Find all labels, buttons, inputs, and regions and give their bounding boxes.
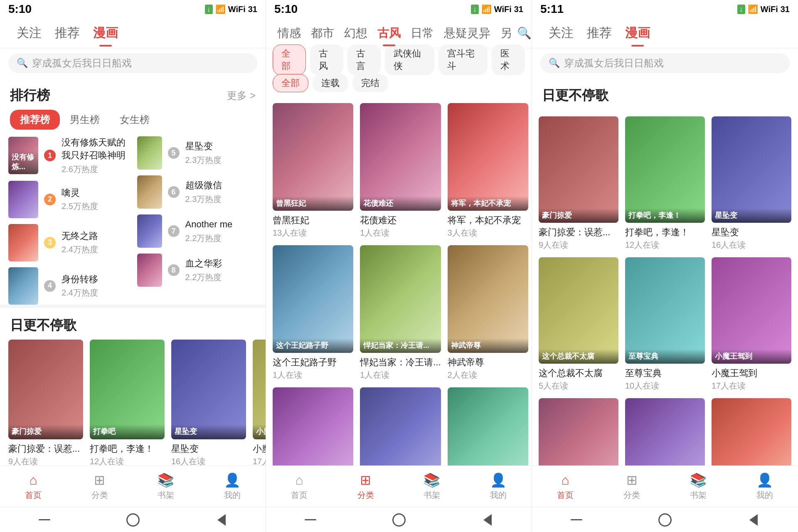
filter-ancient[interactable]: 古风 xyxy=(310,44,343,75)
bottom-home-3[interactable]: ⌂ 首页 xyxy=(532,473,598,501)
bottom-home-1[interactable]: ⌂ 首页 xyxy=(0,473,66,501)
manga-card-2-1[interactable]: 曾黑狂妃 曾黑狂妃 13人在读 xyxy=(273,103,353,239)
category-icon-1: ⊞ xyxy=(94,472,105,488)
status-bar-2: 5:10 ↓ 📶 WiFi 31 xyxy=(266,0,532,18)
bottom-nav-3: ⌂ 首页 ⊞ 分类 📚 书架 👤 我的 xyxy=(532,466,798,507)
filter-medicine[interactable]: 医术 xyxy=(492,44,525,75)
tab-emotion[interactable]: 情感 xyxy=(273,22,306,44)
bottom-shelf-3[interactable]: 📚 书架 xyxy=(665,472,732,501)
rank-item-4[interactable]: 4 身份转移 2.4万热度 xyxy=(8,267,129,305)
filter-all-1[interactable]: 全部 xyxy=(273,44,306,75)
tab-fantasy[interactable]: 幻想 xyxy=(339,22,372,44)
daily-title-1: 日更不停歌 xyxy=(10,316,76,335)
tab-recommend-3[interactable]: 推荐 xyxy=(580,21,618,45)
sys-back-1[interactable] xyxy=(212,510,232,530)
signal-icon-3: 📶 xyxy=(748,4,758,14)
daily-card-3-3[interactable]: 星坠变 星坠变 16人在读 xyxy=(712,116,791,251)
shelf-icon-1: 📚 xyxy=(158,472,174,488)
daily-card-1-4[interactable]: 小魔王 小魔王驾到 17人在读 xyxy=(253,340,266,466)
rank-item-1[interactable]: 没有修炼... 1 没有修炼天赋的我只好召唤神明 2.6万热度 xyxy=(8,136,129,175)
manga-thumb-2-2: 花债难还 xyxy=(360,103,441,211)
sys-home-1[interactable] xyxy=(123,510,143,530)
manga-thumb-2-5: 悍妃当家：冷王请... xyxy=(360,245,441,353)
rank-item-3[interactable]: 3 无终之路 2.4万热度 xyxy=(8,224,129,261)
sys-back-2[interactable] xyxy=(478,510,498,530)
content-1: 排行榜 更多 > 推荐榜 男生榜 女生榜 没有修炼... 1 没有修炼天赋的我只… xyxy=(0,78,266,466)
bottom-shelf-1[interactable]: 📚 书架 xyxy=(133,472,200,501)
sys-menu-2[interactable] xyxy=(300,510,320,530)
daily-card-3-9[interactable]: 你的世界 你的世界 7人在读 xyxy=(712,398,791,466)
category-icon-3: ⊞ xyxy=(626,472,638,488)
tab-manga-3[interactable]: 漫画 xyxy=(618,21,657,45)
daily-card-3-2[interactable]: 打拳吧，李逢！ 打拳吧，李逢！ 12人在读 xyxy=(625,116,705,251)
manga-card-2-8[interactable]: 报告摄政王：大佬... 报告摄政王：大佬... 3人在读 xyxy=(360,387,441,466)
rank-item-7[interactable]: 7 Another me 2.2万热度 xyxy=(137,214,258,248)
daily-card-1-1[interactable]: 豪门掠爱 豪门掠爱：误惹... 9人在读 xyxy=(8,340,83,466)
bottom-category-3[interactable]: ⊞ 分类 xyxy=(598,472,665,501)
rank-name-5: 星坠变 xyxy=(185,140,258,153)
rank-name-8: 血之华彩 xyxy=(185,257,258,270)
daily-thumb-3-7: 新狙门 xyxy=(539,398,618,466)
filter-complete[interactable]: 完结 xyxy=(352,74,388,92)
search-wrap-3[interactable]: 🔍 穿成孤女后我日日船戏 xyxy=(540,53,790,73)
daily-card-3-7[interactable]: 新狙门 新狙门 14人在读 xyxy=(539,398,618,466)
manga-card-2-3[interactable]: 将军，本妃不承宠 将军，本妃不承宠 3人在读 xyxy=(448,103,528,239)
ranking-more[interactable]: 更多 > xyxy=(227,89,256,102)
tab-urban[interactable]: 都市 xyxy=(306,22,339,44)
bottom-home-2[interactable]: ⌂ 首页 xyxy=(266,473,332,501)
tab-mystery[interactable]: 悬疑灵异 xyxy=(439,22,495,44)
search-bar-3: 🔍 穿成孤女后我日日船戏 xyxy=(532,48,798,78)
filter-ongoing[interactable]: 连载 xyxy=(313,74,348,92)
sys-back-3[interactable] xyxy=(744,510,764,530)
daily-card-3-6[interactable]: 小魔王驾到 小魔王驾到 17人在读 xyxy=(712,257,791,392)
search-text-1: 穿成孤女后我日日船戏 xyxy=(32,57,132,70)
sys-menu-3[interactable] xyxy=(566,510,586,530)
tab-recommend-1[interactable]: 推荐 xyxy=(48,21,86,45)
manga-card-2-9[interactable]: 摄政王是病娇，得... 摄政王是病娇，得... 5人在读 xyxy=(448,387,528,466)
bottom-category-2[interactable]: ⊞ 分类 xyxy=(332,472,399,501)
bottom-shelf-2[interactable]: 📚 书架 xyxy=(399,472,466,501)
rank-item-6[interactable]: 6 超级微信 2.3万热度 xyxy=(137,175,258,209)
daily-card-title-1-4: 小魔王驾到 xyxy=(253,443,266,455)
daily-card-3-4[interactable]: 这个总裁不太腐 这个总裁不太腐 5人在读 xyxy=(539,257,618,392)
bottom-mine-3[interactable]: 👤 我的 xyxy=(732,472,798,501)
search-icon-2[interactable]: 🔍 xyxy=(517,26,532,40)
filter-palace[interactable]: 宫斗宅斗 xyxy=(438,44,488,75)
tab-manga-1[interactable]: 漫画 xyxy=(86,21,125,45)
daily-card-3-1[interactable]: 豪门掠爱 豪门掠爱：误惹... 9人在读 xyxy=(539,116,618,251)
rank-item-5[interactable]: 5 星坠变 2.3万热度 xyxy=(137,136,258,170)
rank-tab-female[interactable]: 女生榜 xyxy=(110,110,160,130)
tab-daily[interactable]: 日常 xyxy=(406,22,439,44)
sys-home-2[interactable] xyxy=(389,510,409,530)
search-wrap-1[interactable]: 🔍 穿成孤女后我日日船戏 xyxy=(8,53,257,73)
rank-item-2[interactable]: 2 噙灵 2.5万热度 xyxy=(8,181,129,218)
filter-all-2[interactable]: 全部 xyxy=(273,74,308,92)
tab-follow-3[interactable]: 关注 xyxy=(542,21,580,45)
rank-tab-recommend[interactable]: 推荐榜 xyxy=(10,110,60,130)
daily-card-3-8[interactable]: 不幸酒吧 不幸酒吧 24人在读 xyxy=(625,398,705,466)
daily-readers-3-6: 17人在读 xyxy=(712,380,791,392)
manga-card-2-5[interactable]: 悍妃当家：冷王请... 悍妃当家：冷王请... 1人在读 xyxy=(360,245,441,381)
bottom-category-1[interactable]: ⊞ 分类 xyxy=(66,472,133,501)
rank-item-8[interactable]: 8 血之华彩 2.2万热度 xyxy=(137,254,258,287)
sys-menu-1[interactable] xyxy=(34,510,54,530)
filter-martial[interactable]: 武侠仙侠 xyxy=(385,44,434,75)
manga-card-2-4[interactable]: 这个王妃路子野 这个王妃路子野 1人在读 xyxy=(273,245,353,381)
bottom-mine-1[interactable]: 👤 我的 xyxy=(199,472,266,501)
bottom-mine-2[interactable]: 👤 我的 xyxy=(465,472,532,501)
manga-card-2-2[interactable]: 花债难还 花债难还 1人在读 xyxy=(360,103,441,239)
rank-name-6: 超级微信 xyxy=(185,179,258,192)
rank-tab-male[interactable]: 男生榜 xyxy=(60,110,110,130)
tab-ancient[interactable]: 古风 xyxy=(372,22,406,44)
daily-card-readers-1-4: 17人在读 xyxy=(253,456,266,466)
manga-card-2-7[interactable]: 祖宗嫁到：病娇魔... 祖宗嫁到：病娇魔... 2人在读 xyxy=(273,387,353,466)
sys-home-3[interactable] xyxy=(655,510,675,530)
tab-more[interactable]: 另 xyxy=(495,22,517,44)
tab-follow-1[interactable]: 关注 xyxy=(10,21,48,45)
filter-prose[interactable]: 古言 xyxy=(347,44,381,75)
manga-thumb-2-1: 曾黑狂妃 xyxy=(273,103,353,211)
daily-card-1-3[interactable]: 星坠变 星坠变 16人在读 xyxy=(171,340,246,466)
manga-card-2-6[interactable]: 神武帝尊 神武帝尊 2人在读 xyxy=(448,245,528,381)
daily-card-3-5[interactable]: 至尊宝典 至尊宝典 10人在读 xyxy=(625,257,705,392)
daily-card-1-2[interactable]: 打拳吧 打拳吧，李逢！ 12人在读 xyxy=(90,340,165,466)
